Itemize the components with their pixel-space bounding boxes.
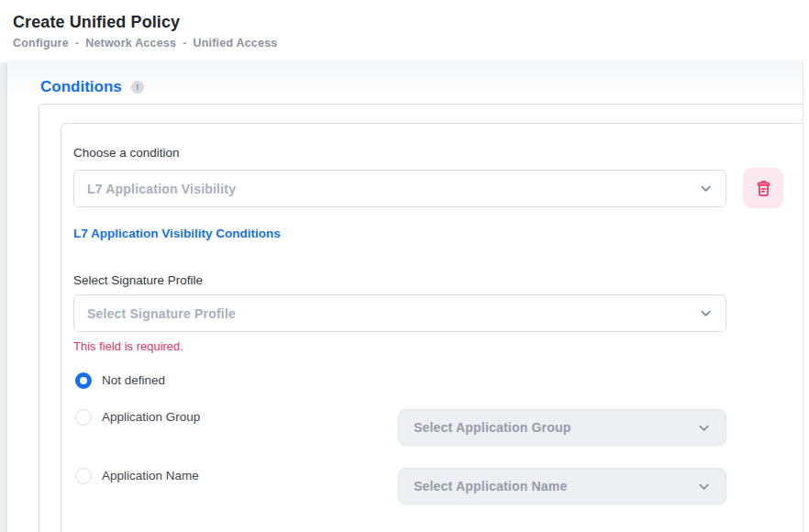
condition-row: L7 Application Visibility — [73, 170, 809, 208]
radio-not-defined[interactable]: Not defined — [75, 372, 165, 389]
radio-application-group[interactable]: Application Group — [75, 409, 200, 426]
breadcrumb-item-configure[interactable]: Configure — [13, 37, 69, 50]
breadcrumb-separator: - — [183, 37, 186, 50]
condition-type-select-value: L7 Application Visibility — [87, 182, 236, 196]
conditions-section-title: Conditions — [40, 78, 122, 96]
application-group-placeholder: Select Application Group — [414, 420, 571, 435]
breadcrumb-item-network-access[interactable]: Network Access — [85, 37, 176, 50]
condition-type-select[interactable]: L7 Application Visibility — [73, 170, 726, 207]
radio-label[interactable]: Not defined — [102, 372, 165, 389]
conditions-section-header: Conditions ! — [40, 78, 144, 96]
application-group-select[interactable]: Select Application Group — [398, 409, 726, 446]
delete-condition-button[interactable] — [743, 168, 783, 208]
subsection-title: L7 Application Visibility Conditions — [73, 227, 809, 240]
page-title: Create Unified Policy — [13, 13, 180, 32]
radio-button-icon[interactable] — [75, 409, 92, 426]
signature-profile-label: Select Signature Profile — [73, 273, 809, 287]
radio-row-not-defined: Not defined — [73, 372, 726, 389]
application-name-select[interactable]: Select Application Name — [398, 468, 726, 504]
trash-icon — [753, 178, 774, 199]
radio-button-icon[interactable] — [75, 468, 92, 484]
chevron-down-icon — [699, 306, 713, 320]
choose-condition-label: Choose a condition — [73, 146, 809, 160]
required-field-error: This field is required. — [73, 339, 809, 353]
breadcrumb: Configure - Network Access - Unified Acc… — [13, 37, 277, 50]
radio-button-icon[interactable] — [75, 372, 92, 389]
radio-label[interactable]: Application Group — [102, 409, 200, 426]
content-panel: Conditions ! Choose a condition L7 Appli… — [7, 62, 803, 532]
info-icon[interactable]: ! — [131, 81, 144, 94]
page-header: Create Unified Policy Configure - Networ… — [0, 0, 809, 62]
page-body: Conditions ! Choose a condition L7 Appli… — [0, 62, 809, 532]
radio-row-application-name: Application Name Select Application Name — [73, 468, 726, 504]
radio-application-name[interactable]: Application Name — [75, 468, 199, 484]
signature-profile-placeholder: Select Signature Profile — [87, 306, 236, 321]
radio-label[interactable]: Application Name — [102, 468, 199, 484]
signature-profile-select[interactable]: Select Signature Profile — [73, 294, 726, 332]
chevron-down-icon — [697, 421, 711, 435]
chevron-down-icon — [697, 480, 711, 493]
breadcrumb-item-unified-access[interactable]: Unified Access — [194, 37, 278, 50]
condition-card: Choose a condition L7 Application Visibi… — [61, 123, 809, 532]
scrollbar-gutter — [803, 62, 809, 532]
chevron-down-icon — [699, 182, 713, 195]
conditions-container: Choose a condition L7 Application Visibi… — [39, 104, 809, 532]
radio-row-application-group: Application Group Select Application Gro… — [73, 409, 726, 446]
application-name-placeholder: Select Application Name — [414, 479, 567, 493]
breadcrumb-separator: - — [75, 37, 79, 50]
